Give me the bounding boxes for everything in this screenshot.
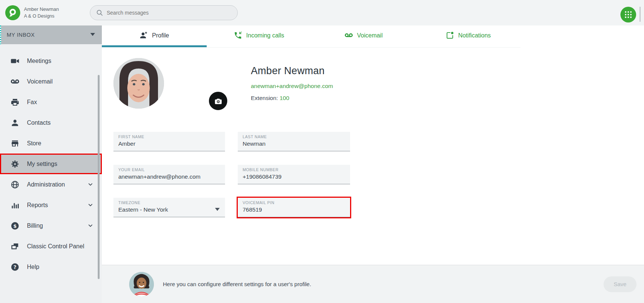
svg-text:$: $ [13, 223, 16, 228]
account-info[interactable]: Amber Newman A & O Designs [24, 6, 59, 20]
extension-label: Extension: [251, 95, 278, 101]
profile-form: FIRST NAME LAST NAME YOUR EMAIL MOBILE N… [113, 132, 350, 217]
storefront-icon [10, 139, 19, 148]
voicemail-icon [344, 31, 353, 40]
mobile-number-field[interactable]: MOBILE NUMBER [238, 165, 350, 184]
mobile-number-label: MOBILE NUMBER [243, 167, 345, 172]
tab-label: Voicemail [357, 32, 383, 39]
sidebar-item-label: Help [27, 264, 39, 270]
question-circle-icon: ? [10, 263, 19, 272]
timezone-select[interactable]: TIMEZONE [113, 198, 225, 217]
footer-description: Here you can configure different setting… [163, 281, 311, 287]
focus-outline-decoration [0, 25, 1, 44]
globe-icon [10, 180, 19, 189]
dollar-circle-icon: $ [10, 221, 19, 230]
bar-chart-icon [10, 201, 19, 210]
save-button[interactable]: Save [604, 276, 637, 292]
windows-layers-icon [10, 242, 19, 251]
search-input[interactable] [107, 10, 232, 16]
voicemail-pin-input[interactable] [243, 205, 345, 213]
triangle-down-icon [90, 33, 95, 36]
sidebar-item-administration[interactable]: Administration [0, 174, 102, 195]
first-name-field[interactable]: FIRST NAME [113, 132, 225, 151]
inbox-selector[interactable]: MY INBOX [0, 25, 102, 44]
page-scrollbar[interactable] [640, 7, 641, 22]
sidebar-item-billing[interactable]: $ Billing [0, 215, 102, 236]
sidebar-item-my-settings[interactable]: My settings [0, 154, 102, 174]
profile-display-name: Amber Newman [251, 65, 333, 77]
sidebar-item-help[interactable]: ? Help [0, 257, 102, 277]
sidebar-item-label: Reports [27, 202, 48, 209]
helper-avatar [129, 272, 154, 297]
sidebar-item-label: Fax [27, 99, 37, 106]
sidebar: MY INBOX Meetings Voicemail Fax [0, 25, 102, 303]
topbar-company-name: A & O Designs [24, 13, 59, 20]
sidebar-scrollbar[interactable] [98, 75, 100, 279]
video-camera-icon [10, 57, 19, 66]
incoming-call-icon [234, 31, 242, 40]
search-icon [96, 9, 103, 16]
profile-email: anewman+andrew@phone.com [251, 83, 333, 90]
gear-icon [10, 160, 19, 169]
inbox-selector-label: MY INBOX [7, 32, 35, 38]
search-bar[interactable] [90, 5, 238, 20]
profile-avatar[interactable] [113, 58, 164, 109]
chevron-down-icon [87, 222, 94, 229]
first-name-label: FIRST NAME [118, 134, 220, 139]
sidebar-item-label: Store [27, 140, 41, 147]
sidebar-item-fax[interactable]: Fax [0, 92, 102, 112]
sidebar-item-contacts[interactable]: Contacts [0, 112, 102, 133]
footer-helper-bar: Here you can configure different setting… [102, 265, 644, 303]
voicemail-pin-field[interactable]: VOICEMAIL PIN [238, 198, 350, 217]
tab-label: Notifications [458, 32, 491, 39]
first-name-input[interactable] [118, 139, 220, 147]
sidebar-item-classic-control-panel[interactable]: Classic Control Panel [0, 236, 102, 257]
extension-row: Extension: 100 [251, 95, 333, 101]
last-name-field[interactable]: LAST NAME [238, 132, 350, 151]
sidebar-item-label: Meetings [27, 58, 51, 64]
timezone-value[interactable] [118, 205, 220, 213]
sidebar-item-reports[interactable]: Reports [0, 195, 102, 215]
sidebar-item-label: Contacts [27, 119, 51, 126]
email-input[interactable] [118, 172, 220, 180]
apps-grid-button[interactable] [620, 7, 636, 22]
chevron-down-icon [87, 181, 94, 188]
email-field[interactable]: YOUR EMAIL [113, 165, 225, 184]
main-content: Profile Incoming calls Voicemail Notific… [102, 25, 644, 303]
apps-grid-icon [625, 11, 632, 18]
sidebar-item-voicemail[interactable]: Voicemail [0, 71, 102, 92]
fax-printer-icon [10, 98, 19, 107]
timezone-label: TIMEZONE [118, 200, 220, 205]
sidebar-item-label: My settings [27, 161, 57, 167]
brand-logo-icon[interactable] [5, 5, 20, 20]
voicemail-pin-label: VOICEMAIL PIN [243, 200, 345, 205]
camera-icon [214, 97, 223, 106]
last-name-input[interactable] [243, 139, 345, 147]
extension-value: 100 [280, 95, 289, 101]
triangle-down-icon [215, 208, 220, 211]
tab-profile[interactable]: Profile [102, 25, 207, 47]
topbar-user-name: Amber Newman [24, 6, 59, 13]
settings-tabs: Profile Incoming calls Voicemail Notific… [102, 25, 520, 48]
tab-voicemail[interactable]: Voicemail [311, 25, 416, 47]
person-icon [10, 118, 19, 127]
sidebar-item-label: Administration [27, 181, 65, 188]
notification-badge-icon [446, 31, 454, 40]
sidebar-item-label: Classic Control Panel [27, 243, 84, 250]
sidebar-item-label: Voicemail [27, 78, 52, 85]
change-photo-button[interactable] [208, 91, 228, 111]
tab-notifications[interactable]: Notifications [416, 25, 521, 47]
sidebar-item-meetings[interactable]: Meetings [0, 51, 102, 71]
email-label: YOUR EMAIL [118, 167, 220, 172]
voicemail-icon [10, 77, 19, 86]
mobile-number-input[interactable] [243, 172, 345, 180]
person-gear-icon [139, 31, 148, 40]
svg-text:?: ? [13, 264, 16, 270]
sidebar-item-label: Billing [27, 222, 43, 229]
last-name-label: LAST NAME [243, 134, 345, 139]
sidebar-item-store[interactable]: Store [0, 133, 102, 154]
chevron-down-icon [87, 202, 94, 208]
tab-label: Profile [152, 32, 169, 39]
tab-incoming-calls[interactable]: Incoming calls [207, 25, 312, 47]
topbar: Amber Newman A & O Designs [0, 0, 644, 25]
